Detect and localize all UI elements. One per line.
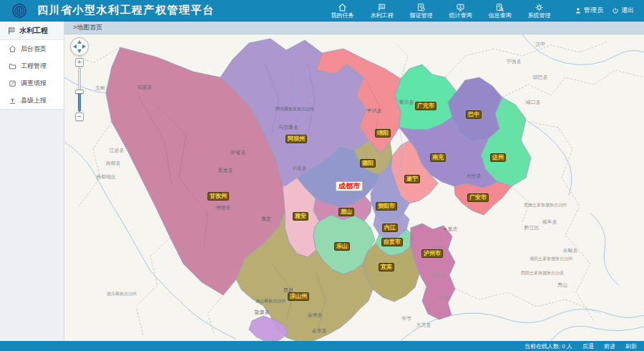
- breadcrumb-text: >地图首页: [73, 23, 102, 32]
- map-label-内江[interactable]: 内江: [382, 223, 398, 232]
- county-label: 凉山彝族自治州: [255, 298, 286, 304]
- info-search-icon: [495, 3, 504, 12]
- map-label-雅安[interactable]: 雅安: [293, 212, 308, 221]
- app-header: 四川省小型水利工程产权管理平台 我的任务水利工程颁证管理统计查询信息查询系统管理…: [0, 0, 644, 21]
- power-icon: [612, 7, 619, 14]
- sidebar-item-1[interactable]: 后台首页: [0, 40, 64, 57]
- county-label: 汉中: [535, 41, 545, 48]
- sidebar-module-title: 水利工程: [19, 26, 48, 36]
- pan-down-button[interactable]: [77, 49, 82, 53]
- county-label: 石渠县: [137, 84, 152, 91]
- app-logo: [9, 0, 30, 21]
- gear-icon: [535, 3, 544, 12]
- breadcrumb: >地图首页: [64, 21, 644, 34]
- water-project-icon: [377, 3, 386, 12]
- outside-boundary-line: [502, 70, 644, 97]
- county-label: 仁怀: [439, 294, 449, 302]
- status-link-1[interactable]: 后退: [582, 343, 594, 350]
- county-label: 小金县: [292, 165, 307, 172]
- county-label: 新龙县: [218, 167, 233, 174]
- nav-item-2[interactable]: 水利工程: [362, 0, 401, 21]
- county-label: 马尔康县: [278, 124, 298, 131]
- user-menu[interactable]: 管理员: [572, 4, 606, 16]
- zoom-slider-handle[interactable]: [75, 90, 84, 94]
- nav-item-4[interactable]: 统计查询: [441, 0, 480, 21]
- status-link-2[interactable]: 前进: [604, 343, 615, 350]
- nav-item-label: 我的任务: [331, 13, 354, 19]
- map-label-德阳[interactable]: 德阳: [360, 159, 376, 168]
- pan-left-button[interactable]: [73, 44, 77, 49]
- county-label: 昌都地区: [96, 173, 116, 181]
- nav-item-label: 信息查询: [489, 13, 512, 19]
- logout-button[interactable]: 退出: [609, 4, 637, 16]
- header-nav: 我的任务水利工程颁证管理统计查询信息查询系统管理: [323, 0, 559, 21]
- map-label-眉山[interactable]: 眉山: [338, 208, 354, 216]
- county-label: 会东县: [312, 327, 327, 335]
- map-label-达州[interactable]: 达州: [490, 153, 506, 162]
- county-label: 会理县: [308, 312, 323, 319]
- folder-icon: [9, 62, 16, 70]
- map-canvas[interactable]: 甘孜州阿坝州绵阳广元市巴中达州南充遂宁广安市德阳成都市资阳市眉山雅安乐山内江自贡…: [64, 34, 644, 341]
- nav-item-label: 水利工程: [371, 13, 394, 19]
- county-label: 永顺县: [563, 247, 578, 254]
- sidebar: 水利工程 后台首页工程管理调查填报县级上报: [0, 21, 64, 341]
- nav-item-6[interactable]: 系统管理: [519, 0, 559, 21]
- county-label: 平武县: [367, 107, 382, 115]
- map-label-泸州市[interactable]: 泸州市: [421, 249, 443, 258]
- status-bar: 当前在线人数: 0 人 后退前进刷新: [0, 341, 644, 351]
- map-pan-control[interactable]: [70, 37, 89, 56]
- user-icon: [575, 7, 582, 14]
- nav-item-1[interactable]: 我的任务: [323, 0, 362, 21]
- map-label-甘孜州[interactable]: 甘孜州: [208, 192, 229, 201]
- county-label: 青川县: [399, 99, 414, 106]
- zoom-out-button[interactable]: −: [75, 112, 84, 121]
- status-link-3[interactable]: 刷新: [625, 343, 637, 350]
- map-label-资阳市[interactable]: 资阳市: [376, 202, 397, 211]
- river-line: [522, 34, 644, 64]
- home-sm-icon: [9, 45, 16, 53]
- map-label-宜宾[interactable]: 宜宾: [379, 263, 394, 271]
- zoom-slider-fill: [78, 92, 81, 112]
- sidebar-module-header[interactable]: 水利工程: [0, 21, 64, 40]
- county-label: 酉阳土家族苗族自治县: [521, 270, 564, 277]
- sidebar-item-3[interactable]: 调查填报: [0, 74, 64, 92]
- map-label-乐山[interactable]: 乐山: [334, 242, 350, 251]
- sidebar-item-label: 工程管理: [21, 62, 47, 71]
- pan-right-button[interactable]: [82, 44, 86, 49]
- nav-item-3[interactable]: 颁证管理: [401, 0, 441, 21]
- map-label-阿坝州[interactable]: 阿坝州: [286, 135, 307, 143]
- stats-icon: [456, 3, 465, 12]
- county-label: 江达县: [109, 147, 125, 154]
- pan-up-button[interactable]: [77, 40, 82, 44]
- county-label: 康定: [261, 216, 271, 223]
- sidebar-menu: 水利工程 后台首页工程管理调查填报县级上报: [0, 21, 64, 110]
- sidebar-item-label: 调查填报: [21, 79, 47, 88]
- sidebar-item-label: 后台首页: [21, 44, 47, 54]
- county-label: 镇巴县: [533, 74, 548, 81]
- map-label-自贡市[interactable]: 自贡市: [381, 238, 403, 246]
- county-label: 理塘县: [216, 204, 231, 211]
- map-label-遂宁[interactable]: 遂宁: [404, 175, 420, 183]
- map-label-广元市[interactable]: 广元市: [415, 102, 436, 110]
- river-line: [551, 326, 644, 341]
- zoom-in-button[interactable]: +: [75, 58, 84, 67]
- map-label-成都市[interactable]: 成都市: [336, 181, 363, 191]
- sidebar-item-4[interactable]: 县级上报: [0, 92, 64, 109]
- county-label: 玉树: [95, 85, 105, 92]
- map-label-广安市[interactable]: 广安市: [467, 193, 489, 202]
- county-label: 宁强县: [507, 58, 522, 65]
- nav-item-label: 统计查询: [449, 13, 472, 19]
- sidebar-item-2[interactable]: 工程管理: [0, 57, 64, 74]
- region-广元市[interactable]: [395, 64, 457, 130]
- map-label-南充[interactable]: 南充: [430, 153, 446, 162]
- outside-boundary-line: [208, 295, 223, 335]
- zoom-slider[interactable]: + −: [75, 58, 84, 122]
- logout-label: 退出: [621, 6, 634, 15]
- nav-item-5[interactable]: 信息查询: [480, 0, 519, 21]
- map-label-凉山州[interactable]: 凉山州: [288, 292, 309, 301]
- map-label-巴中[interactable]: 巴中: [466, 110, 482, 119]
- certificate-icon: [416, 3, 426, 12]
- county-label: 咸丰县: [542, 218, 557, 226]
- edit-icon: [9, 80, 16, 87]
- map-label-绵阳[interactable]: 绵阳: [375, 129, 391, 138]
